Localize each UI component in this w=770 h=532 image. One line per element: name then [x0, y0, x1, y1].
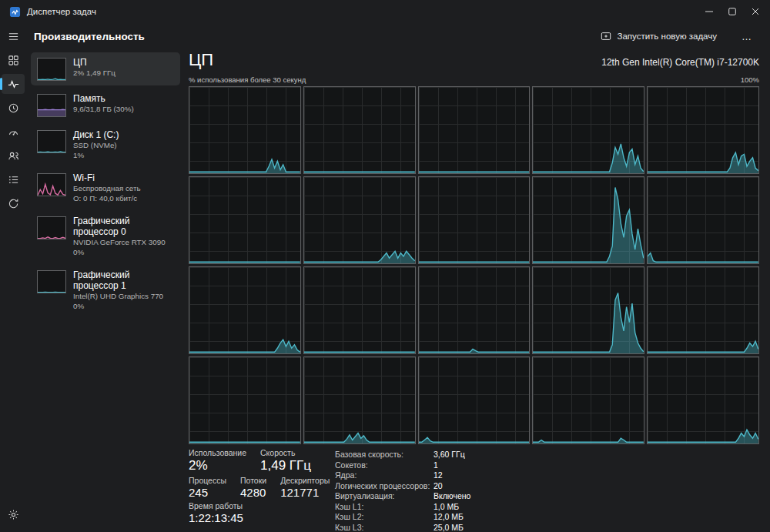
graph-max-label: 100% — [741, 75, 759, 84]
sidebar-item-text: Графический процессор 0NVIDIA GeForce RT… — [73, 216, 174, 257]
detail-row: Виртуализация:Включено — [335, 491, 470, 502]
nav-details[interactable] — [2, 169, 25, 189]
sparkline — [648, 267, 758, 353]
sparkline — [419, 357, 530, 443]
services-icon — [8, 198, 19, 209]
sparkline — [189, 87, 300, 173]
core-graph-15[interactable] — [189, 356, 301, 444]
detail-row: Сокетов:1 — [335, 460, 470, 471]
minimize-button[interactable] — [698, 0, 721, 23]
sidebar-item-subtitle: 1% — [73, 151, 119, 161]
app-history-icon — [8, 102, 19, 114]
sidebar-item-wifi[interactable]: Wi-FiБеспроводная сетьО: 0 П: 40,0 кбит/… — [31, 168, 180, 208]
core-graph-18[interactable] — [532, 356, 644, 444]
core-graph-12[interactable] — [418, 266, 531, 354]
sidebar-item-gpu0[interactable]: Графический процессор 0NVIDIA GeForce RT… — [31, 211, 180, 262]
performance-icon — [8, 79, 19, 90]
core-graph-13[interactable] — [532, 266, 644, 354]
core-graph-2[interactable] — [418, 86, 531, 174]
sidebar-item-subtitle: О: 0 П: 40,0 кбит/с — [73, 194, 141, 204]
sidebar-item-subtitle: NVIDIA GeForce RTX 3090 — [73, 238, 174, 248]
detail-label: Виртуализация: — [335, 491, 434, 502]
nav-app-history[interactable] — [2, 98, 25, 118]
startup-apps-icon — [8, 126, 19, 138]
cpu-performance-panel: ЦП 12th Gen Intel(R) Core(TM) i7-12700K … — [189, 49, 759, 532]
core-graph-9[interactable] — [647, 176, 759, 264]
menu-button[interactable] — [2, 26, 25, 46]
sparkline — [38, 174, 65, 196]
core-graph-10[interactable] — [189, 266, 301, 354]
sparkline — [648, 357, 758, 443]
sidebar-item-subtitle: Беспроводная сеть — [73, 184, 141, 194]
more-options-button[interactable]: … — [735, 29, 759, 44]
core-grid — [189, 86, 759, 444]
core-graph-11[interactable] — [303, 266, 416, 354]
nav-startup-apps[interactable] — [2, 122, 25, 142]
sidebar-item-gpu1[interactable]: Графический процессор 1Intel(R) UHD Grap… — [31, 265, 180, 316]
run-new-task-icon — [601, 31, 611, 42]
mini-graph-gpu1 — [37, 270, 66, 293]
core-graph-5[interactable] — [189, 176, 301, 264]
graph-caption-row: % использования более 30 секунд 100% — [189, 75, 759, 84]
processes-icon — [8, 55, 19, 66]
window-title: Диспетчер задач — [27, 7, 96, 16]
maximize-button[interactable] — [721, 0, 744, 23]
nav-services[interactable] — [2, 193, 25, 213]
sparkline — [304, 267, 415, 353]
sparkline — [189, 177, 300, 263]
nav-users[interactable] — [2, 146, 25, 166]
detail-row: Ядра:12 — [335, 470, 470, 481]
core-graph-19[interactable] — [647, 356, 759, 444]
core-graph-0[interactable] — [189, 86, 301, 174]
detail-label: Кэш L3: — [335, 523, 434, 532]
sidebar-item-memory[interactable]: Память9,6/31,8 ГБ (30%) — [31, 89, 180, 122]
detail-value: 12,0 МБ — [434, 512, 464, 523]
core-graph-3[interactable] — [532, 86, 644, 174]
sparkline — [533, 267, 644, 353]
cpu-stats-area: Использование 2% Скорость 1,49 ГГц Проце… — [189, 448, 759, 532]
sparkline — [533, 357, 644, 443]
close-button[interactable] — [744, 0, 767, 23]
sidebar-item-subtitle: 0% — [73, 248, 174, 258]
graph-caption: % использования более 30 секунд — [189, 75, 306, 84]
core-graph-4[interactable] — [647, 86, 759, 174]
detail-row: Кэш L1:1,0 МБ — [335, 502, 470, 513]
cpu-header: ЦП 12th Gen Intel(R) Core(TM) i7-12700K — [189, 49, 759, 70]
sparkline — [189, 267, 300, 353]
gear-icon — [8, 509, 19, 520]
detail-value: 12 — [434, 470, 443, 481]
sparkline — [419, 267, 530, 353]
core-graph-7[interactable] — [418, 176, 531, 264]
core-graph-6[interactable] — [303, 176, 416, 264]
detail-label: Логических процессоров: — [335, 481, 434, 492]
core-graph-14[interactable] — [647, 266, 759, 354]
nav-performance[interactable] — [2, 74, 25, 94]
detail-label: Кэш L1: — [335, 502, 434, 513]
detail-label: Кэш L2: — [335, 512, 434, 523]
detail-label: Сокетов: — [335, 460, 434, 471]
core-graph-17[interactable] — [418, 356, 531, 444]
sidebar-item-title: ЦП — [73, 57, 116, 68]
window-controls — [698, 0, 767, 23]
sidebar-item-disk1[interactable]: Диск 1 (C:)SSD (NVMe)1% — [31, 125, 180, 165]
page-title: Производительность — [34, 31, 145, 42]
sparkline — [38, 217, 65, 239]
sidebar-item-title: Графический процессор 1 — [73, 269, 174, 291]
run-new-task-button[interactable]: Запустить новую задачу — [593, 27, 725, 45]
sidebar-item-cpu[interactable]: ЦП2% 1,49 ГГц — [31, 52, 180, 85]
sparkline — [38, 271, 65, 293]
core-graph-1[interactable] — [303, 86, 416, 174]
mini-graph-cpu — [37, 58, 66, 81]
stat-usage: Использование 2% — [189, 448, 246, 473]
detail-label: Ядра: — [335, 470, 434, 481]
performance-list: ЦП2% 1,49 ГГцПамять9,6/31,8 ГБ (30%)Диск… — [28, 51, 183, 532]
core-graph-16[interactable] — [303, 356, 416, 444]
stat-threads: Потоки 4280 — [240, 476, 266, 499]
core-graph-8[interactable] — [532, 176, 644, 264]
nav-processes[interactable] — [2, 50, 25, 70]
mini-graph-wifi — [37, 173, 66, 196]
sidebar-item-title: Графический процессор 0 — [73, 216, 174, 237]
page-header: Производительность Запустить новую задач… — [26, 23, 770, 49]
settings-button[interactable] — [2, 504, 25, 524]
detail-value: Включено — [434, 491, 470, 502]
